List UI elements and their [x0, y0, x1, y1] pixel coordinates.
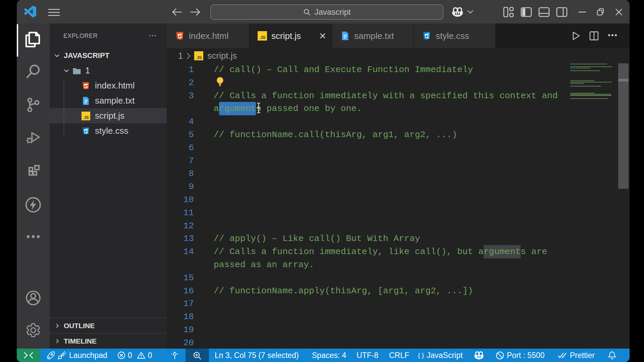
svg-text:JS: JS — [84, 115, 89, 120]
svg-text:JS: JS — [260, 35, 266, 40]
svg-text:JS: JS — [197, 55, 202, 60]
